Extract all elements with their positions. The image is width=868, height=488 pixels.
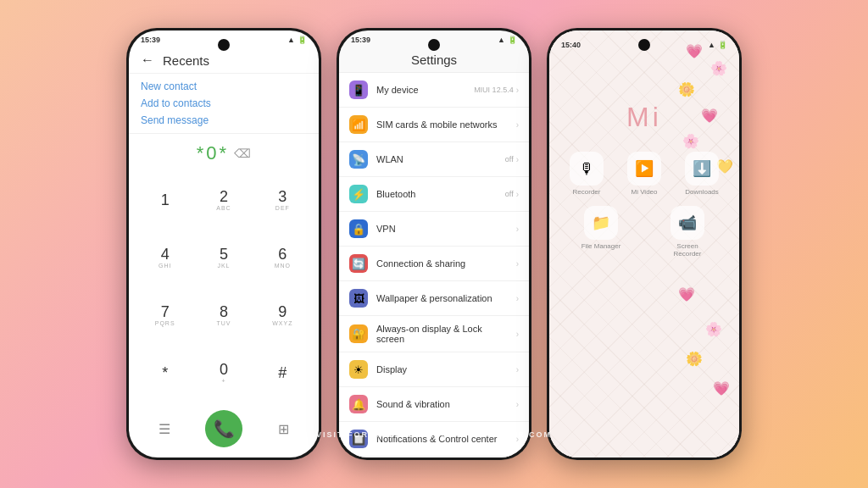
my-device-icon: 📱 (349, 80, 368, 99)
settings-list: 📱 My device MIUI 12.5.4 › 📶 SIM cards & … (339, 73, 529, 458)
sim-icon: 📶 (349, 115, 368, 134)
bt-content: Bluetooth (376, 189, 497, 199)
display-right: › (516, 365, 519, 374)
settings-item-display[interactable]: ☀ Display › (339, 352, 529, 387)
dial-key-7[interactable]: 7 PQRS (136, 286, 194, 344)
notifications-content: Notifications & Control center (376, 434, 508, 444)
status-icons-1: ▲ 🔋 (287, 36, 307, 44)
home-app-downloads[interactable]: ⬇️ Downloads (679, 152, 726, 196)
wlan-icon: 📡 (349, 150, 368, 169)
chevron-icon: › (516, 155, 519, 164)
recents-title: Recents (163, 53, 209, 68)
dial-key-hash[interactable]: # (253, 344, 312, 402)
settings-item-wallpaper[interactable]: 🖼 Wallpaper & personalization › (339, 281, 529, 316)
dial-key-5[interactable]: 5 JKL (194, 229, 253, 286)
settings-item-aod[interactable]: 🔐 Always-on display & Lock screen › (339, 316, 529, 352)
connection-icon: 🔄 (349, 254, 368, 273)
downloads-icon: ⬇️ (685, 152, 719, 186)
notifications-icon: 🔲 (349, 430, 368, 448)
phone-2-screen: 15:39 ▲ 🔋 Settings 📱 My device MIUI 12.5… (339, 30, 529, 458)
dial-key-9[interactable]: 9 WXYZ (253, 286, 312, 344)
status-time-2: 15:39 (351, 36, 370, 44)
dial-key-3[interactable]: 3 DEF (253, 171, 312, 229)
home-app-mi-video[interactable]: ▶️ Mi Video (621, 152, 668, 196)
screen-recorder-icon: 📹 (670, 206, 704, 240)
notifications-right: › (516, 435, 519, 444)
bt-icon: ⚡ (349, 185, 368, 203)
my-device-content: My device (376, 85, 465, 95)
dialpad-display: *0* ⌫ (129, 134, 319, 168)
mi-logo: Mi (549, 102, 739, 133)
delete-icon[interactable]: ⌫ (234, 147, 251, 160)
dial-key-star[interactable]: * (136, 344, 194, 402)
home-app-row-2: 📁 File Manager 📹 Screen Recorder (549, 201, 739, 263)
settings-item-connection[interactable]: 🔄 Connection & sharing › (339, 247, 529, 281)
settings-item-notifications[interactable]: 🔲 Notifications & Control center › (339, 422, 529, 457)
sim-right: › (516, 120, 519, 130)
phone-2-bg: 15:39 ▲ 🔋 Settings 📱 My device MIUI 12.5… (339, 30, 529, 458)
connection-right: › (516, 259, 519, 269)
menu-icon[interactable]: ☰ (159, 421, 170, 437)
dial-key-8[interactable]: 8 TUV (194, 286, 253, 344)
display-content: Display (376, 364, 508, 374)
settings-item-bt[interactable]: ⚡ Bluetooth off › (339, 177, 529, 212)
dial-key-4[interactable]: 4 GHI (136, 229, 194, 286)
home-app-recorder[interactable]: 🎙 Recorder (564, 152, 610, 196)
my-device-right: MIUI 12.5.4 › (474, 86, 519, 95)
recorder-icon: 🎙 (570, 152, 604, 186)
chevron-icon: › (516, 435, 519, 444)
phone-3-bg: 💗 🌸 🌼 💗 🌸 💛 💗 🌸 🌼 💗 15:40 ▲ 🔋 (549, 30, 739, 458)
chevron-icon: › (516, 120, 519, 130)
aod-right: › (516, 330, 519, 339)
vpn-content: VPN (376, 224, 508, 234)
display-icon: ☀ (349, 360, 368, 379)
settings-item-my-device[interactable]: 📱 My device MIUI 12.5.4 › (339, 73, 529, 108)
send-message-link[interactable]: Send message (141, 114, 307, 126)
punch-hole-2 (428, 39, 440, 51)
dial-key-2[interactable]: 2 ABC (194, 171, 253, 229)
dialpad-grid: 1 2 ABC 3 DEF 4 GHI 5 JKL (129, 168, 319, 405)
chevron-icon: › (516, 330, 519, 339)
aod-content: Always-on display & Lock screen (376, 324, 508, 344)
wallpaper-right: › (516, 294, 519, 303)
dial-key-0[interactable]: 0 + (194, 344, 253, 402)
punch-hole-3 (638, 39, 650, 51)
dialpad-bottom: ☰ 📞 ⊞ (129, 405, 319, 458)
connection-content: Connection & sharing (376, 258, 508, 269)
new-contact-link[interactable]: New contact (141, 80, 307, 92)
wlan-content: WLAN (376, 154, 497, 164)
dial-key-1[interactable]: 1 (136, 171, 194, 229)
dial-key-6[interactable]: 6 MNO (253, 229, 312, 286)
chevron-icon: › (516, 190, 519, 199)
aod-icon: 🔐 (349, 324, 368, 343)
settings-item-vpn[interactable]: 🔒 VPN › (339, 212, 529, 247)
status-icons-3: ▲ 🔋 (708, 41, 727, 49)
status-time-1: 15:39 (141, 36, 160, 44)
dial-display-text: *0* (197, 142, 229, 164)
wallpaper-content: Wallpaper & personalization (376, 293, 508, 303)
add-to-contacts-link[interactable]: Add to contacts (141, 97, 307, 109)
chevron-icon: › (516, 294, 519, 303)
wlan-right: off › (505, 155, 519, 164)
settings-item-homescreen[interactable]: 🏠 Home screen › (339, 457, 529, 458)
vpn-icon: 🔒 (349, 219, 368, 238)
back-arrow[interactable]: ← (141, 53, 154, 68)
settings-item-wlan[interactable]: 📡 WLAN off › (339, 142, 529, 177)
phone-2: 15:39 ▲ 🔋 Settings 📱 My device MIUI 12.5… (337, 28, 531, 460)
status-icons-2: ▲ 🔋 (498, 36, 517, 44)
home-app-file-manager[interactable]: 📁 File Manager (578, 206, 625, 258)
settings-item-sound[interactable]: 🔔 Sound & vibration › (339, 387, 529, 422)
dialpad-toggle-icon[interactable]: ⊞ (278, 421, 289, 437)
phone-1: 15:39 ▲ 🔋 ← Recents New contact Add to c… (126, 28, 321, 460)
recents-links: New contact Add to contacts Send message (129, 74, 319, 134)
home-app-screen-recorder[interactable]: 📹 Screen Recorder (665, 206, 711, 258)
home-content: 15:40 ▲ 🔋 Mi 🎙 Recorder ▶️ Mi Video (549, 30, 739, 458)
settings-item-sim[interactable]: 📶 SIM cards & mobile networks › (339, 108, 529, 142)
phone-3-screen: 💗 🌸 🌼 💗 🌸 💛 💗 🌸 🌼 💗 15:40 ▲ 🔋 (549, 30, 739, 458)
phone-3: 💗 🌸 🌼 💗 🌸 💛 💗 🌸 🌼 💗 15:40 ▲ 🔋 (547, 28, 742, 460)
chevron-icon: › (516, 400, 519, 409)
chevron-icon: › (516, 365, 519, 374)
vpn-right: › (516, 225, 519, 234)
sound-icon: 🔔 (349, 395, 368, 413)
call-button[interactable]: 📞 (205, 410, 242, 447)
